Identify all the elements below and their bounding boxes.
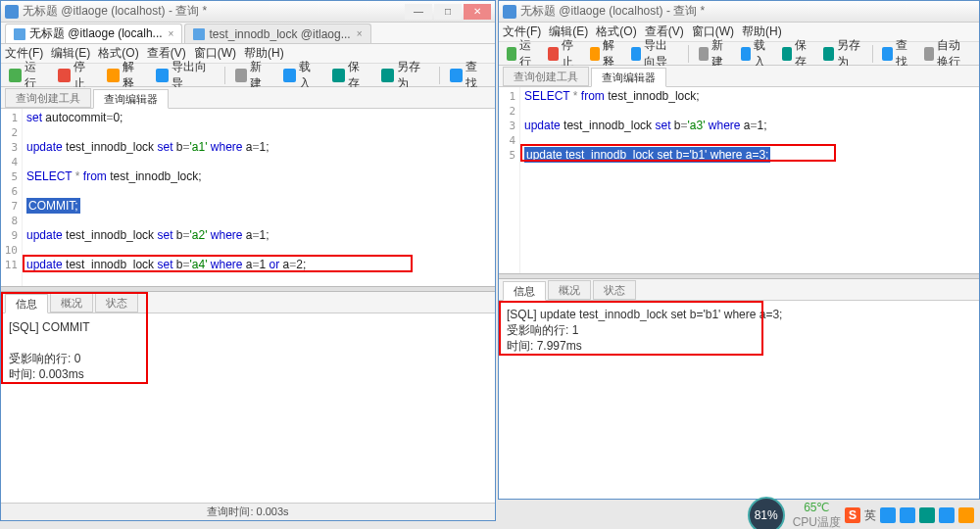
- tray-icon[interactable]: [939, 507, 955, 523]
- toolbar-icon: [450, 69, 463, 82]
- sql-editor[interactable]: 1 2 3 4 5 SELECT * from test_innodb_lock…: [499, 87, 979, 273]
- toolbar-icon: [699, 47, 709, 61]
- toolbar-icon: [235, 69, 248, 82]
- code-area[interactable]: SELECT * from test_innodb_lock; update t…: [520, 87, 979, 273]
- statusbar: 查询时间: 0.003s: [1, 503, 495, 520]
- line-gutter: 1 2 3 4 5 6 7 8 9 10 11: [1, 109, 23, 286]
- tab-label: test_innodb_lock @itlaog...: [209, 27, 350, 41]
- toolbar-icon: [741, 47, 751, 61]
- tray-icon[interactable]: [919, 507, 935, 523]
- temp-label: CPU温度: [793, 514, 841, 530]
- document-tab[interactable]: test_innodb_lock @itlaog...×: [184, 24, 370, 43]
- toolbar-icon: [823, 47, 833, 61]
- message-tab[interactable]: 状态: [95, 293, 138, 313]
- toolbar-icon: [924, 47, 934, 61]
- toolbar-icon: [283, 69, 296, 82]
- toolbar-icon: [58, 69, 71, 82]
- document-tabs: 无标题 @itlaoge (localh...×test_innodb_lock…: [1, 23, 495, 44]
- left-window: 无标题 @itlaoge (localhost) - 查询 * — □ ✕ 无标…: [0, 0, 496, 521]
- message-pane: [SQL] update test_innodb_lock set b='b1'…: [499, 301, 979, 499]
- toolbar-icon: [782, 47, 792, 61]
- message-tab[interactable]: 信息: [5, 294, 48, 313]
- editor-tab[interactable]: 查询编辑器: [93, 89, 169, 109]
- doc-icon: [14, 28, 25, 40]
- message-line: 受影响的行: 0: [9, 351, 487, 366]
- message-tab[interactable]: 信息: [503, 281, 546, 301]
- line-gutter: 1 2 3 4 5: [499, 87, 520, 273]
- message-line: 时间: 7.997ms: [507, 338, 971, 354]
- minimize-button[interactable]: —: [405, 4, 432, 20]
- toolbar-icon: [381, 69, 394, 82]
- toolbar: 运行停止解释导出向导新建载入保存另存为查找自动换行: [499, 42, 979, 66]
- editor-tab[interactable]: 查询编辑器: [591, 68, 666, 87]
- message-line: [SQL] update test_innodb_lock set b='b1'…: [507, 307, 971, 322]
- toolbar-icon: [548, 47, 558, 61]
- code-area[interactable]: set autocommit=0; update test_innodb_loc…: [23, 109, 495, 286]
- doc-icon: [193, 28, 205, 40]
- gauge-value: 81%: [755, 508, 778, 522]
- right-window: 无标题 @itlaoge (localhost) - 查询 * 文件(F)编辑(…: [498, 0, 980, 500]
- toolbar-icon: [156, 69, 169, 82]
- close-tab-icon[interactable]: ×: [357, 28, 363, 39]
- toolbar-icon: [882, 47, 892, 61]
- ime-icon[interactable]: S: [845, 507, 860, 523]
- message-tab[interactable]: 状态: [593, 280, 636, 300]
- toolbar-icon: [332, 69, 345, 82]
- toolbar-icon: [590, 47, 600, 61]
- tray-icon[interactable]: [880, 507, 896, 523]
- window-title: 无标题 @itlaoge (localhost) - 查询 *: [520, 3, 975, 20]
- tray-icon[interactable]: [900, 507, 915, 523]
- temp-widget[interactable]: 65℃ CPU温度: [793, 501, 841, 530]
- separator: [688, 45, 689, 63]
- toolbar-icon: [9, 69, 22, 82]
- editor-tab[interactable]: 查询创建工具: [5, 88, 91, 108]
- tray-icon[interactable]: [958, 507, 974, 523]
- separator: [872, 45, 873, 63]
- close-tab-icon[interactable]: ×: [169, 28, 174, 39]
- message-line: [9, 335, 487, 351]
- separator: [439, 67, 440, 84]
- document-tab[interactable]: 无标题 @itlaoge (localh...×: [5, 24, 182, 43]
- app-icon: [5, 5, 19, 19]
- toolbar-icon: [507, 47, 516, 61]
- system-tray: 81% 65℃ CPU温度 S 英: [742, 502, 980, 529]
- message-tabs: 信息概况状态: [1, 292, 495, 313]
- message-tab[interactable]: 概况: [548, 280, 591, 300]
- editor-tab[interactable]: 查询创建工具: [503, 67, 589, 86]
- cpu-gauge[interactable]: 81%: [748, 497, 785, 529]
- editor-tabs: 查询创建工具查询编辑器: [1, 87, 495, 109]
- titlebar[interactable]: 无标题 @itlaoge (localhost) - 查询 * — □ ✕: [1, 1, 495, 23]
- message-tab[interactable]: 概况: [50, 293, 93, 313]
- app-icon: [503, 5, 516, 19]
- message-line: 受影响的行: 1: [507, 322, 971, 338]
- close-button[interactable]: ✕: [464, 4, 491, 20]
- sql-editor[interactable]: 1 2 3 4 5 6 7 8 9 10 11 set autocommit=0…: [1, 109, 495, 286]
- message-pane: [SQL] COMMIT 受影响的行: 0时间: 0.003ms: [1, 313, 495, 503]
- toolbar-icon: [107, 69, 120, 82]
- toolbar-icon: [631, 47, 641, 61]
- message-line: [SQL] COMMIT: [9, 319, 487, 335]
- separator: [224, 67, 225, 84]
- message-tabs: 信息概况状态: [499, 279, 979, 301]
- window-title: 无标题 @itlaoge (localhost) - 查询 *: [23, 3, 401, 20]
- editor-tabs: 查询创建工具查询编辑器: [499, 66, 979, 87]
- temp-value: 65℃: [793, 501, 841, 514]
- tab-label: 无标题 @itlaoge (localh...: [29, 25, 163, 42]
- titlebar[interactable]: 无标题 @itlaoge (localhost) - 查询 *: [499, 1, 979, 23]
- lang-indicator[interactable]: 英: [864, 507, 876, 524]
- toolbar: 运行停止解释导出向导新建载入保存另存为查找: [1, 64, 495, 87]
- message-line: 时间: 0.003ms: [9, 366, 487, 382]
- maximize-button[interactable]: □: [434, 4, 462, 20]
